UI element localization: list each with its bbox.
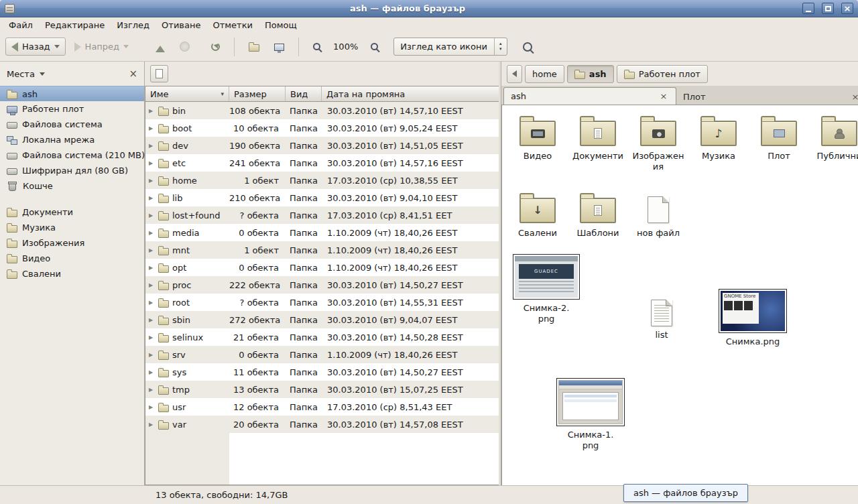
- table-row[interactable]: ▶ selinux 21 обекта Папка 30.03.2010 (вт…: [145, 328, 499, 346]
- sidebar-item-desktop[interactable]: Работен плот: [0, 101, 144, 117]
- sidebar-item-pictures[interactable]: Изображения: [0, 235, 144, 251]
- pathbar-scroll-left-button[interactable]: [507, 65, 522, 83]
- table-row[interactable]: ▶ proc 222 обекта Папка 30.03.2010 (вт) …: [145, 276, 499, 294]
- search-button[interactable]: [517, 38, 538, 56]
- pathbar-desktop-button[interactable]: Работен плот: [617, 65, 708, 83]
- icon-music-folder[interactable]: ♪ Музика: [688, 115, 749, 162]
- reload-button[interactable]: [205, 38, 226, 55]
- chevron-down-icon[interactable]: [40, 72, 45, 78]
- table-row[interactable]: ▶ lib 210 обекта Папка 30.03.2010 (вт) 9…: [145, 189, 499, 206]
- icon-documents-folder[interactable]: Документи: [568, 115, 628, 162]
- menu-go[interactable]: Отиване: [156, 19, 206, 32]
- column-header-type[interactable]: Вид: [286, 86, 322, 101]
- pane-location-button[interactable]: [150, 65, 168, 82]
- expander-icon[interactable]: ▶: [149, 265, 155, 271]
- expander-icon[interactable]: ▶: [149, 334, 155, 340]
- expander-icon[interactable]: ▶: [149, 178, 155, 184]
- icon-new-file[interactable]: нов файл: [628, 192, 688, 239]
- table-row[interactable]: ▶ mnt 1 обект Папка 1.10.2009 (чт) 18,40…: [145, 241, 499, 259]
- computer-button[interactable]: [268, 39, 290, 55]
- sidebar-item-documents[interactable]: Документи: [0, 204, 144, 220]
- pathbar-ash-button[interactable]: ash: [567, 65, 614, 83]
- zoom-in-button[interactable]: [365, 39, 384, 54]
- table-row[interactable]: ▶ boot 10 обекта Папка 30.03.2010 (вт) 9…: [145, 119, 499, 137]
- expander-icon[interactable]: ▶: [149, 317, 155, 323]
- stop-button[interactable]: [174, 38, 196, 56]
- expander-icon[interactable]: ▶: [149, 143, 155, 149]
- close-button[interactable]: ×: [841, 3, 853, 14]
- sidebar-item-filesystem-210mb[interactable]: Файлова система (210 MB): [0, 147, 144, 163]
- sidebar-item-filesystem[interactable]: Файлова система: [0, 117, 144, 132]
- sidebar-title[interactable]: Места: [7, 69, 35, 79]
- icon-public-folder[interactable]: Публични: [809, 115, 858, 162]
- home-button[interactable]: [243, 38, 265, 56]
- table-row[interactable]: ▶ bin 108 обекта Папка 30.03.2010 (вт) 1…: [145, 102, 499, 119]
- sidebar-item-network[interactable]: Локална мрежа: [0, 132, 144, 147]
- minimize-button[interactable]: [802, 3, 814, 14]
- expander-icon[interactable]: ▶: [149, 404, 155, 410]
- expander-icon[interactable]: ▶: [149, 387, 155, 393]
- icon-video-folder[interactable]: Видео: [507, 115, 568, 162]
- column-header-name[interactable]: Име ▾: [145, 86, 229, 101]
- table-row[interactable]: ▶ opt 0 обекта Папка 1.10.2009 (чт) 18,4…: [145, 259, 499, 276]
- tab-plot[interactable]: Плот ×: [676, 89, 858, 105]
- icon-downloads-folder[interactable]: ↓ Свалени: [507, 192, 568, 239]
- expander-icon[interactable]: ▶: [149, 282, 155, 288]
- expander-icon[interactable]: ▶: [149, 125, 155, 131]
- table-row[interactable]: ▶ root ? обекта Папка 30.03.2010 (вт) 14…: [145, 294, 499, 311]
- expander-icon[interactable]: ▶: [149, 352, 155, 358]
- menu-bookmarks[interactable]: Отметки: [206, 19, 258, 32]
- sidebar-item-downloads[interactable]: Свалени: [0, 266, 144, 281]
- icon-pictures-folder[interactable]: Изображения: [628, 115, 688, 172]
- table-row[interactable]: ▶ etc 241 обекта Папка 30.03.2010 (вт) 1…: [145, 154, 499, 172]
- icon-templates-folder[interactable]: Шаблони: [568, 192, 628, 239]
- expander-icon[interactable]: ▶: [149, 108, 155, 114]
- expander-icon[interactable]: ▶: [149, 212, 155, 218]
- table-row[interactable]: ▶ home 1 обект Папка 17.03.2010 (ср) 10,…: [145, 172, 499, 189]
- icon-list-file[interactable]: list: [640, 300, 683, 340]
- expander-icon[interactable]: ▶: [149, 422, 155, 428]
- expander-icon[interactable]: ▶: [149, 300, 155, 306]
- tab-close-icon[interactable]: ×: [850, 92, 858, 103]
- icon-snimka2-image[interactable]: GUADEC Снимка-2.png: [511, 254, 581, 324]
- expander-icon[interactable]: ▶: [149, 369, 155, 375]
- menu-view[interactable]: Изглед: [111, 19, 156, 32]
- title-bar[interactable]: ash — файлов браузър ×: [0, 0, 858, 17]
- icon-snimka-image[interactable]: GNOME Store Снимка.png: [718, 289, 788, 347]
- forward-button[interactable]: Напред: [68, 38, 135, 56]
- expander-icon[interactable]: ▶: [149, 230, 155, 236]
- up-button[interactable]: [149, 37, 171, 56]
- menu-help[interactable]: Помощ: [259, 19, 303, 32]
- expander-icon[interactable]: ▶: [149, 160, 155, 166]
- menu-edit[interactable]: Редактиране: [39, 19, 111, 32]
- expander-icon[interactable]: ▶: [149, 195, 155, 201]
- column-header-date[interactable]: Дата на промяна: [322, 86, 499, 101]
- table-row[interactable]: ▶ media 0 обекта Папка 1.10.2009 (чт) 18…: [145, 224, 499, 241]
- tab-ash[interactable]: ash ×: [503, 87, 676, 105]
- zoom-out-button[interactable]: [307, 39, 326, 54]
- sidebar-item-trash[interactable]: Кошче: [0, 178, 144, 194]
- table-row[interactable]: ▶ sys 11 обекта Папка 30.03.2010 (вт) 14…: [145, 363, 499, 381]
- sidebar-item-ash[interactable]: ash: [0, 86, 144, 101]
- table-row[interactable]: ▶ var 20 обекта Папка 30.03.2010 (вт) 14…: [145, 416, 499, 433]
- sidebar-item-video[interactable]: Видео: [0, 251, 144, 266]
- sidebar-close-icon[interactable]: ×: [129, 69, 137, 79]
- icon-view[interactable]: Видео Документи Изображения ♪ Музика: [501, 105, 858, 485]
- sidebar-item-music[interactable]: Музика: [0, 220, 144, 235]
- pathbar-home-button[interactable]: home: [525, 65, 564, 83]
- sidebar-item-encrypted-volume[interactable]: Шифриран дял (80 GB): [0, 163, 144, 178]
- menu-file[interactable]: Файл: [3, 19, 39, 32]
- spinner-arrows-icon[interactable]: ▴ ▾: [494, 38, 507, 55]
- icon-desktop-folder[interactable]: Плот: [749, 115, 809, 162]
- table-row[interactable]: ▶ lost+found ? обекта Папка 17.03.2010 (…: [145, 206, 499, 224]
- table-row[interactable]: ▶ tmp 13 обекта Папка 30.03.2010 (вт) 15…: [145, 381, 499, 398]
- table-row[interactable]: ▶ usr 12 обекта Папка 17.03.2010 (ср) 8,…: [145, 398, 499, 416]
- table-row[interactable]: ▶ dev 190 обекта Папка 30.03.2010 (вт) 1…: [145, 137, 499, 154]
- column-header-size[interactable]: Размер: [229, 86, 286, 101]
- table-row[interactable]: ▶ sbin 272 обекта Папка 30.03.2010 (вт) …: [145, 311, 499, 328]
- back-button[interactable]: Назад: [5, 38, 66, 56]
- icon-snimka1-image[interactable]: Снимка-1.png: [556, 378, 625, 450]
- table-row[interactable]: ▶ srv 0 обекта Папка 1.10.2009 (чт) 18,4…: [145, 346, 499, 363]
- view-mode-select[interactable]: Изглед като икони ▴ ▾: [393, 38, 507, 56]
- expander-icon[interactable]: ▶: [149, 247, 155, 253]
